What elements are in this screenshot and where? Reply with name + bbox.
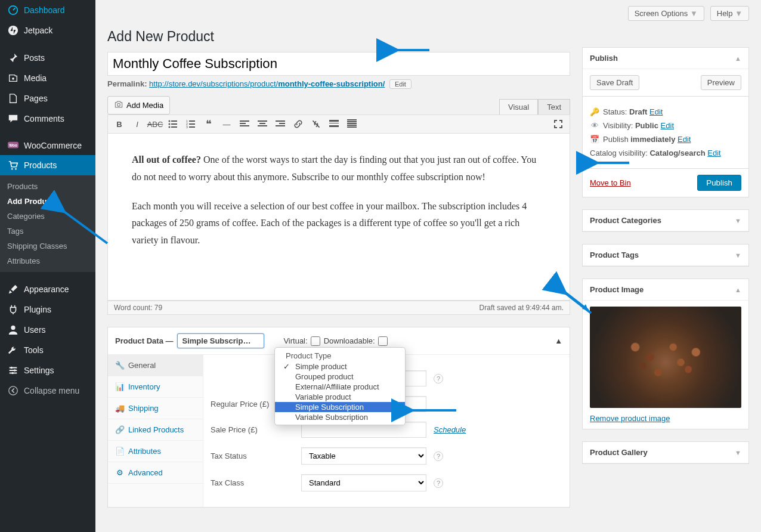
sidebar-item-plugins[interactable]: Plugins: [0, 299, 95, 320]
align-center-icon[interactable]: [256, 117, 269, 131]
product-title-input[interactable]: [107, 52, 570, 76]
edit-catalog-link[interactable]: Edit: [707, 149, 720, 157]
option-variable-subscription[interactable]: Variable Subscription: [275, 412, 405, 422]
italic-icon[interactable]: I: [131, 117, 144, 131]
sidebar-item-settings[interactable]: Settings: [0, 360, 95, 381]
pd-tab-advanced[interactable]: ⚙Advanced: [108, 462, 203, 484]
ol-icon[interactable]: 123: [184, 117, 197, 131]
align-left-icon[interactable]: [238, 117, 251, 131]
pd-tab-attributes[interactable]: 📄Attributes: [108, 441, 203, 462]
submenu-add-product[interactable]: Add Product: [0, 194, 95, 209]
svg-rect-32: [279, 123, 285, 124]
svg-rect-31: [276, 120, 285, 122]
option-simple-subscription[interactable]: Simple Subscription: [275, 402, 405, 412]
tax-status-select[interactable]: Taxable: [301, 447, 426, 465]
edit-status-link[interactable]: Edit: [649, 107, 663, 116]
virtual-checkbox[interactable]: [311, 336, 320, 346]
preview-button[interactable]: Preview: [701, 75, 741, 90]
save-draft-button[interactable]: Save Draft: [590, 75, 639, 90]
sidebar-item-posts[interactable]: Posts: [0, 48, 95, 68]
pd-tab-inventory[interactable]: 📊Inventory: [108, 376, 203, 398]
sidebar-item-appearance[interactable]: Appearance: [0, 279, 95, 299]
pd-tab-general[interactable]: 🔧General: [108, 355, 203, 376]
option-external-product[interactable]: External/Affiliate product: [275, 382, 405, 392]
chevron-up-icon[interactable]: ▲: [735, 55, 741, 62]
svg-rect-25: [240, 120, 249, 122]
bold-icon[interactable]: B: [113, 117, 126, 131]
sidebar-submenu-products: Products Add Product Categories Tags Shi…: [0, 175, 95, 272]
chevron-up-icon[interactable]: ▲: [735, 286, 741, 293]
submenu-tags[interactable]: Tags: [0, 224, 95, 239]
sidebar-item-comments[interactable]: Comments: [0, 109, 95, 129]
sidebar-item-media[interactable]: Media: [0, 68, 95, 88]
link-icon[interactable]: [292, 117, 305, 131]
help-icon[interactable]: ?: [434, 374, 443, 383]
submenu-products[interactable]: Products: [0, 179, 95, 194]
submenu-attributes[interactable]: Attributes: [0, 253, 95, 268]
eye-icon: 👁: [590, 121, 599, 130]
help-icon[interactable]: ?: [434, 451, 443, 461]
sidebar-item-tools[interactable]: Tools: [0, 340, 95, 360]
publish-panel: Publish▲ Save Draft Preview 🔑Status: Dra…: [582, 47, 749, 197]
svg-rect-24: [189, 126, 195, 128]
add-media-button[interactable]: Add Media: [107, 96, 170, 115]
help-icon[interactable]: ?: [434, 478, 443, 488]
quote-icon[interactable]: ❝: [202, 117, 215, 131]
svg-text:Woo: Woo: [9, 143, 17, 147]
screen-options-button[interactable]: Screen Options ▼: [628, 6, 704, 21]
ul-icon[interactable]: [166, 117, 180, 131]
product-categories-panel[interactable]: Product Categories▼: [582, 209, 749, 232]
product-image-thumbnail[interactable]: [590, 307, 741, 408]
pd-tab-linked[interactable]: 🔗Linked Products: [108, 419, 203, 441]
option-grouped-product[interactable]: Grouped product: [275, 372, 405, 382]
move-to-bin-link[interactable]: Move to Bin: [590, 178, 631, 187]
svg-point-5: [11, 168, 13, 170]
edit-date-link[interactable]: Edit: [678, 135, 691, 144]
fullscreen-icon[interactable]: [552, 117, 565, 131]
align-right-icon[interactable]: [274, 117, 287, 131]
downloadable-checkbox[interactable]: [378, 336, 388, 346]
option-simple-product[interactable]: Simple product: [275, 361, 405, 372]
svg-rect-20: [189, 120, 195, 122]
chevron-down-icon[interactable]: ▼: [735, 449, 741, 456]
svg-rect-34: [329, 120, 339, 122]
help-button[interactable]: Help ▼: [710, 6, 749, 21]
schedule-link[interactable]: Schedule: [434, 425, 466, 434]
product-tags-panel[interactable]: Product Tags▼: [582, 244, 749, 267]
sidebar-collapse[interactable]: Collapse menu: [0, 381, 95, 401]
editor-tab-text[interactable]: Text: [538, 99, 570, 115]
calendar-icon: 📅: [590, 135, 599, 144]
sidebar-item-woocommerce[interactable]: WooWooCommerce: [0, 136, 95, 155]
sidebar-item-dashboard[interactable]: Dashboard: [0, 0, 95, 20]
sidebar-item-users[interactable]: Users: [0, 320, 95, 340]
option-variable-product[interactable]: Variable product: [275, 392, 405, 402]
pin-icon: [7, 52, 19, 63]
submenu-shipping-classes[interactable]: Shipping Classes: [0, 239, 95, 253]
sidebar-item-jetpack[interactable]: Jetpack: [0, 20, 95, 41]
unlink-icon[interactable]: [310, 117, 323, 131]
strike-icon[interactable]: ABC: [149, 117, 162, 131]
sidebar-item-products[interactable]: Products: [0, 155, 95, 175]
chevron-down-icon[interactable]: ▼: [735, 252, 741, 259]
product-type-select[interactable]: Simple Subscrip…: [177, 333, 265, 348]
readmore-icon[interactable]: [327, 117, 341, 131]
remove-product-image-link[interactable]: Remove product image: [590, 414, 741, 423]
permalink-link[interactable]: http://store.dev/subscriptions/product/m…: [149, 79, 385, 88]
submenu-categories[interactable]: Categories: [0, 209, 95, 224]
publish-button[interactable]: Publish: [697, 175, 741, 191]
editor-tab-visual[interactable]: Visual: [499, 99, 538, 115]
tax-class-select[interactable]: Standard: [301, 474, 426, 491]
product-gallery-panel[interactable]: Product Gallery▼: [582, 441, 749, 464]
toolbar-toggle-icon[interactable]: [345, 117, 358, 131]
hr-icon[interactable]: —: [220, 117, 233, 131]
content-editor[interactable]: All out of coffee? One of the worst ways…: [107, 134, 570, 301]
chart-icon: 📊: [115, 382, 124, 391]
key-icon: 🔑: [590, 107, 599, 116]
edit-visibility-link[interactable]: Edit: [661, 121, 674, 130]
chevron-down-icon[interactable]: ▼: [735, 217, 741, 224]
chevron-up-icon[interactable]: ▲: [555, 336, 562, 345]
pd-tab-shipping[interactable]: 🚚Shipping: [108, 398, 203, 419]
permalink-edit-button[interactable]: Edit: [389, 79, 412, 89]
sidebar-item-pages[interactable]: Pages: [0, 88, 95, 109]
svg-rect-29: [259, 123, 265, 124]
